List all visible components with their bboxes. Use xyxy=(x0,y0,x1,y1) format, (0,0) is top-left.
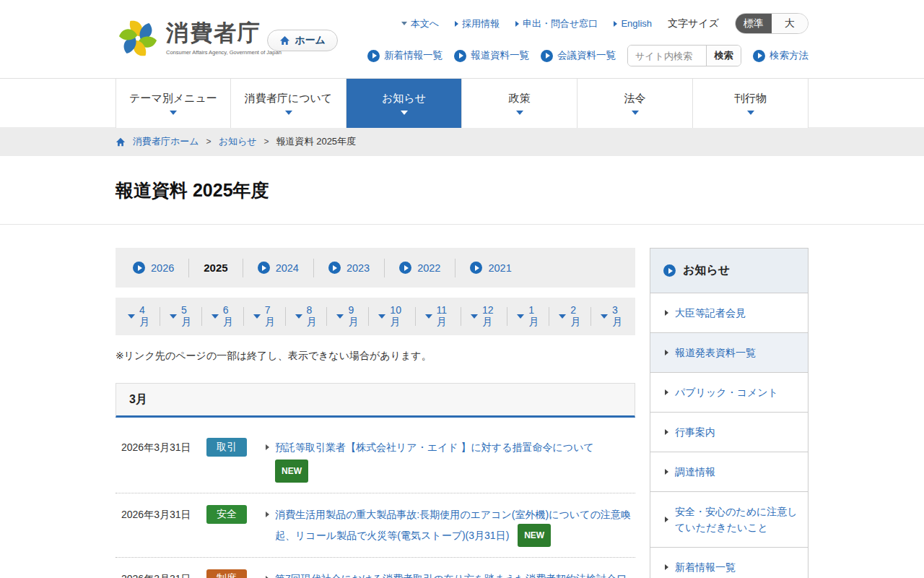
main-content: 2026 2025 2024 2023 2022 xyxy=(116,248,808,578)
year-tabs: 2026 2025 2024 2023 2022 xyxy=(116,248,635,288)
news-link[interactable]: 第7回現代社会における消費者取引の在り方を踏まえた消費者契約法検討会ワーキンググ… xyxy=(275,573,627,578)
nav-about-caa[interactable]: 消費者庁について xyxy=(231,79,346,128)
nav-policy[interactable]: 政策 xyxy=(462,79,578,128)
year-tab-2022[interactable]: 2022 xyxy=(385,259,456,277)
caret-right-icon xyxy=(665,350,668,355)
search-button[interactable]: 検索 xyxy=(706,46,741,66)
year-tab-2025-current: 2025 xyxy=(189,259,243,277)
month-tab-may[interactable]: 5月 xyxy=(160,307,202,326)
english-link[interactable]: English xyxy=(614,18,652,29)
caret-right-icon xyxy=(614,21,617,27)
news-date: 2026年3月31日 xyxy=(121,438,206,457)
search-input[interactable] xyxy=(628,46,706,66)
caret-right-icon xyxy=(266,512,269,517)
header-utility-links: 本文へ 採用情報 申出・問合せ窓口 English 文字サイズ 標準 大 xyxy=(401,13,808,34)
breadcrumb: 消費者庁ホーム > お知らせ > 報道資料 2025年度 xyxy=(0,127,924,156)
caret-down-icon xyxy=(378,314,385,319)
site-logo[interactable]: 消費者庁 Consumer Affairs Agency, Government… xyxy=(117,17,282,59)
meeting-material-list-link[interactable]: 会議資料一覧 xyxy=(541,49,616,62)
caret-down-icon xyxy=(517,314,524,319)
font-size-standard-button[interactable]: 標準 xyxy=(736,14,772,33)
month-tab-sep[interactable]: 9月 xyxy=(327,307,369,326)
month-tab-mar[interactable]: 3月 xyxy=(591,307,632,326)
news-column: 2026 2025 2024 2023 2022 xyxy=(116,248,635,578)
play-circle-icon xyxy=(541,50,553,62)
font-size-large-button[interactable]: 大 xyxy=(772,14,808,33)
month-tab-nov[interactable]: 11月 xyxy=(416,307,461,326)
breadcrumb-separator: > xyxy=(206,137,212,147)
sidebar-header: お知らせ xyxy=(650,249,808,293)
new-info-list-link[interactable]: 新着情報一覧 xyxy=(367,49,443,62)
nav-news[interactable]: お知らせ xyxy=(346,79,462,128)
nav-laws[interactable]: 法令 xyxy=(578,79,693,128)
caret-down-icon xyxy=(170,111,177,115)
news-row: 2026年3月31日 制度 第7回現代社会における消費者取引の在り方を踏まえた消… xyxy=(116,558,635,578)
logo-subtitle: Consumer Affairs Agency, Government of J… xyxy=(166,49,282,56)
press-material-list-link[interactable]: 報道資料一覧 xyxy=(454,49,529,62)
news-row: 2026年3月31日 安全 消費生活用製品の重大製品事故:長期使用のエアコン(室… xyxy=(116,493,635,558)
home-button-label: ホーム xyxy=(295,34,326,47)
news-link[interactable]: 消費生活用製品の重大製品事故:長期使用のエアコン(室外機)についての注意喚起、リ… xyxy=(275,509,631,541)
news-row: 2026年3月31日 取引 預託等取引業者【株式会社リア・エイド 】に対する措置… xyxy=(116,426,635,493)
sidebar-item-safety-caution[interactable]: 安全・安心のために注意していただきたいこと xyxy=(650,492,808,548)
year-tab-2023[interactable]: 2023 xyxy=(314,259,385,277)
caret-down-icon xyxy=(516,111,523,115)
sidebar-item-new-info-list[interactable]: 新着情報一覧 xyxy=(650,548,808,578)
caret-down-icon xyxy=(425,314,432,319)
month-tab-jun[interactable]: 6月 xyxy=(202,307,244,326)
logo-text: 消費者庁 Consumer Affairs Agency, Government… xyxy=(166,17,282,56)
sidebar-item-public-comment[interactable]: パブリック・コメント xyxy=(650,373,808,413)
caret-down-icon xyxy=(212,314,219,319)
sidebar-item-procurement[interactable]: 調達情報 xyxy=(650,452,808,492)
page-title: 報道資料 2025年度 xyxy=(116,178,269,202)
home-icon xyxy=(279,35,290,46)
year-tab-2024[interactable]: 2024 xyxy=(243,259,314,277)
month-tab-jul[interactable]: 7月 xyxy=(244,307,286,326)
month-tab-jan[interactable]: 1月 xyxy=(507,307,549,326)
skip-to-content-link[interactable]: 本文へ xyxy=(401,17,439,30)
month-tab-apr[interactable]: 4月 xyxy=(118,307,160,326)
caret-right-icon xyxy=(266,444,269,450)
caret-down-icon xyxy=(285,111,292,115)
play-circle-icon xyxy=(328,262,341,274)
month-tab-aug[interactable]: 8月 xyxy=(286,307,328,326)
caret-down-icon xyxy=(747,111,754,115)
search-help-link[interactable]: 検索方法 xyxy=(753,49,808,62)
month-tab-dec[interactable]: 12月 xyxy=(461,307,507,326)
caret-right-icon xyxy=(665,517,668,522)
month-tab-oct[interactable]: 10月 xyxy=(369,307,415,326)
caret-down-icon xyxy=(128,314,135,319)
year-tab-2026[interactable]: 2026 xyxy=(118,259,189,277)
nav-theme-menu[interactable]: テーマ別メニュー xyxy=(116,79,231,128)
sidebar-item-press-release-list[interactable]: 報道発表資料一覧 xyxy=(650,333,808,373)
global-nav: テーマ別メニュー 消費者庁について お知らせ 政策 法令 刊行物 xyxy=(0,78,924,127)
home-button[interactable]: ホーム xyxy=(267,30,338,51)
sidebar-item-events[interactable]: 行事案内 xyxy=(650,413,808,452)
year-tab-2021[interactable]: 2021 xyxy=(456,259,526,277)
font-size-toggle: 標準 大 xyxy=(735,13,808,34)
news-date: 2026年3月31日 xyxy=(121,569,206,578)
caret-down-icon xyxy=(401,22,407,25)
breadcrumb-home-link[interactable]: 消費者庁ホーム xyxy=(133,135,199,148)
play-circle-icon xyxy=(454,50,466,62)
month-section-header: 3月 xyxy=(116,383,635,418)
disclaimer-note: ※リンク先のページの一部は終了し、表示できない場合があります。 xyxy=(116,350,635,363)
contact-link[interactable]: 申出・問合せ窓口 xyxy=(515,17,598,30)
caret-down-icon xyxy=(253,314,261,319)
header-quick-links: 新着情報一覧 報道資料一覧 会議資料一覧 検索 検索方法 xyxy=(367,45,808,66)
caret-right-icon xyxy=(515,21,519,27)
month-tab-feb[interactable]: 2月 xyxy=(549,307,591,326)
caret-right-icon xyxy=(665,389,668,395)
home-icon xyxy=(116,137,126,147)
font-size-label: 文字サイズ xyxy=(668,17,719,30)
recruit-link[interactable]: 採用情報 xyxy=(455,17,500,30)
play-circle-icon xyxy=(133,262,145,274)
nav-publications[interactable]: 刊行物 xyxy=(693,79,808,128)
month-tabs: 4月 5月 6月 7月 8月 xyxy=(116,298,635,335)
news-link[interactable]: 預託等取引業者【株式会社リア・エイド 】に対する措置命令について xyxy=(275,441,594,453)
caret-down-icon xyxy=(295,314,302,319)
play-circle-icon xyxy=(663,264,676,277)
breadcrumb-news-link[interactable]: お知らせ xyxy=(219,135,257,148)
sidebar-item-press-conference[interactable]: 大臣等記者会見 xyxy=(650,293,808,333)
breadcrumb-current: 報道資料 2025年度 xyxy=(276,135,357,148)
